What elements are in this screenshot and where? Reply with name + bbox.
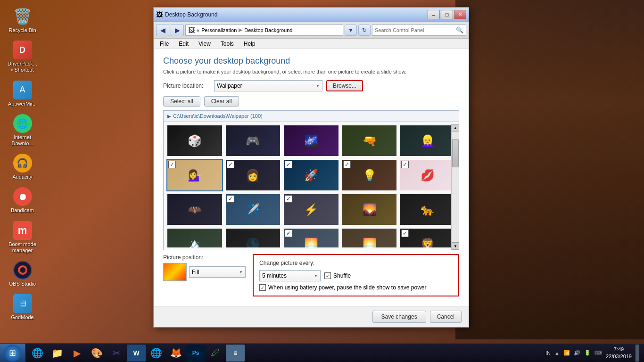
taskbar-media[interactable]: ▶ bbox=[67, 345, 86, 362]
list-item[interactable]: 🌄 bbox=[341, 193, 398, 226]
checkbox-overlay: ✓ bbox=[227, 195, 234, 203]
list-item[interactable]: 💁‍♀️ ✓ bbox=[166, 159, 223, 191]
driverpack-icon[interactable]: D DriverPack...• Shortcut bbox=[5, 38, 40, 75]
refresh-button[interactable]: ↻ bbox=[358, 25, 371, 36]
interval-dropdown[interactable]: 5 minutes bbox=[259, 270, 321, 281]
picture-location-label: Picture location: bbox=[163, 82, 210, 89]
list-item[interactable]: 🚀 ✓ bbox=[283, 159, 339, 191]
audacity-desktop-icon[interactable]: 🎧 Audacity bbox=[5, 151, 40, 182]
dropdown-button[interactable]: ▼ bbox=[345, 25, 357, 36]
time: 7:49 bbox=[606, 346, 632, 353]
save-changes-button[interactable]: Save changes bbox=[372, 311, 426, 323]
taskbar-explorer[interactable]: 📁 bbox=[48, 345, 66, 362]
taskbar-word[interactable]: W bbox=[127, 345, 146, 362]
shuffle-checkbox[interactable]: ✓ bbox=[324, 272, 331, 279]
network-icon: 📶 bbox=[563, 350, 570, 356]
obs-icon[interactable]: ⭕ OBS Studio bbox=[5, 258, 40, 289]
select-all-button[interactable]: Select all bbox=[163, 96, 200, 107]
list-item[interactable]: 🎮 bbox=[225, 124, 281, 157]
forward-button[interactable]: ▶ bbox=[171, 24, 184, 36]
list-item[interactable]: 🐆 bbox=[399, 193, 456, 226]
menu-view[interactable]: View bbox=[195, 40, 215, 48]
folder-path-text: C:\Users\ic\Downloads\Walpaper (100) bbox=[173, 113, 263, 119]
scrollbar[interactable]: ▲ ▼ bbox=[451, 124, 459, 250]
menu-help[interactable]: Help bbox=[240, 40, 259, 48]
boost-label: Boost modemanager bbox=[8, 241, 36, 254]
breadcrumb-root[interactable]: Personalization bbox=[201, 27, 237, 33]
list-item[interactable]: 👩 ✓ bbox=[225, 159, 281, 191]
checkbox-overlay: ✓ bbox=[401, 161, 409, 168]
taskbar-right: IN ▲ 📶 🔊 🔋 ⌨ 7:49 22/03/2019 bbox=[541, 345, 644, 362]
cancel-button[interactable]: Cancel bbox=[430, 311, 462, 323]
browse-button[interactable]: Browse... bbox=[326, 80, 363, 91]
list-item[interactable]: 🎲 bbox=[166, 124, 223, 157]
scroll-down[interactable]: ▼ bbox=[452, 242, 459, 250]
up-arrow-icon[interactable]: ▲ bbox=[554, 350, 560, 356]
title-controls: – □ ✕ bbox=[428, 10, 466, 19]
list-item[interactable]: 👱‍♀️ bbox=[399, 124, 456, 157]
picture-position-section: Picture position: Fill bbox=[163, 254, 246, 281]
scroll-up[interactable]: ▲ bbox=[452, 124, 459, 132]
wallpaper-grid: 🎲 🎮 🌌 🔫 👱‍♀️ � bbox=[164, 122, 459, 247]
change-picture-title: Change picture every: bbox=[259, 260, 453, 266]
picture-location-dropdown[interactable]: Wallpaper bbox=[214, 80, 322, 91]
scroll-thumb[interactable] bbox=[452, 139, 459, 167]
menu-file[interactable]: File bbox=[156, 40, 173, 48]
interval-value: 5 minutes bbox=[262, 272, 287, 279]
list-item[interactable]: ⚡ ✓ bbox=[283, 193, 339, 226]
change-interval-row: 5 minutes ✓ Shuffle bbox=[259, 270, 453, 281]
back-button[interactable]: ◀ bbox=[156, 24, 169, 36]
taskbar-ie[interactable]: 🌐 bbox=[28, 345, 47, 362]
taskbar-active[interactable]: 🖥 bbox=[226, 345, 245, 362]
show-desktop-button[interactable] bbox=[636, 345, 639, 362]
taskbar-chrome[interactable]: 🌐 bbox=[147, 345, 165, 362]
battery-label: When using battery power, pause the slid… bbox=[268, 284, 427, 291]
taskbar-snipping[interactable]: ✂ bbox=[107, 345, 126, 362]
volume-icon[interactable]: 🔊 bbox=[574, 350, 580, 356]
toolbar: ◀ ▶ 🖼 « Personalization ▶ Desktop Backgr… bbox=[154, 22, 469, 39]
list-item[interactable]: 🦇 bbox=[166, 193, 223, 226]
select-clear-row: Select all Clear all bbox=[163, 96, 459, 107]
position-value: Fill bbox=[192, 269, 199, 275]
godmode-icon[interactable]: 🖥 GodMode bbox=[5, 292, 40, 323]
folder-path: ▶ C:\Users\ic\Downloads\Walpaper (100) bbox=[164, 111, 459, 122]
list-item[interactable]: ✈️ ✓ bbox=[225, 193, 281, 226]
list-item[interactable]: 🌅 bbox=[341, 228, 398, 247]
wallpaper-container: ▶ C:\Users\ic\Downloads\Walpaper (100) 🎲… bbox=[163, 110, 459, 250]
list-item[interactable]: 🦁 ✓ bbox=[399, 228, 456, 247]
boost-icon[interactable]: m Boost modemanager bbox=[5, 219, 40, 256]
position-dropdown[interactable]: Fill bbox=[189, 266, 246, 278]
checkbox-overlay: ✓ bbox=[285, 195, 292, 203]
time-display[interactable]: 7:49 22/03/2019 bbox=[606, 346, 632, 360]
internet-dl-icon[interactable]: 🌐 InternetDownlo... bbox=[5, 112, 40, 149]
maximize-button[interactable]: □ bbox=[441, 10, 453, 19]
checkbox-overlay: ✓ bbox=[227, 161, 234, 168]
battery-checkbox[interactable]: ✓ bbox=[259, 284, 266, 291]
recycle-bin-icon[interactable]: 🗑️ Recycle Bin bbox=[5, 5, 40, 36]
taskbar-firefox[interactable]: 🦊 bbox=[166, 345, 185, 362]
list-item[interactable]: 💋 ✓ bbox=[399, 159, 456, 191]
start-button[interactable]: ⊞ bbox=[0, 344, 25, 362]
apowermir-icon[interactable]: A ApowerMir... bbox=[5, 78, 40, 109]
internet-dl-label: InternetDownlo... bbox=[12, 134, 33, 147]
taskbar: ⊞ 🌐 📁 ▶ 🎨 ✂ W 🌐 🦊 Ps 🖊 🖥 IN ▲ 📶 🔊 🔋 ⌨ 7:… bbox=[0, 343, 644, 362]
clear-all-button[interactable]: Clear all bbox=[204, 96, 239, 107]
search-input[interactable] bbox=[375, 27, 454, 33]
bandicam-icon[interactable]: ⏺ Bandicam bbox=[5, 185, 40, 216]
taskbar-paint[interactable]: 🎨 bbox=[87, 345, 106, 362]
taskbar-ps[interactable]: Ps bbox=[186, 345, 205, 362]
list-item[interactable]: 💡 ✓ bbox=[341, 159, 398, 191]
minimize-button[interactable]: – bbox=[428, 10, 440, 19]
close-button[interactable]: ✕ bbox=[454, 10, 466, 19]
list-item[interactable]: 🌌 bbox=[283, 124, 339, 157]
search-icon[interactable]: 🔍 bbox=[456, 26, 463, 33]
menu-bar: File Edit View Tools Help bbox=[154, 39, 469, 49]
menu-tools[interactable]: Tools bbox=[217, 40, 238, 48]
taskbar-green[interactable]: 🖊 bbox=[206, 345, 225, 362]
list-item[interactable]: 🌅 ✓ bbox=[283, 228, 339, 247]
menu-edit[interactable]: Edit bbox=[175, 40, 192, 48]
list-item[interactable]: 🔫 bbox=[341, 124, 398, 157]
battery-indicator: 🔋 bbox=[584, 350, 591, 356]
list-item[interactable]: 🏔️ bbox=[166, 228, 223, 247]
list-item[interactable]: 🌑 bbox=[225, 228, 281, 247]
